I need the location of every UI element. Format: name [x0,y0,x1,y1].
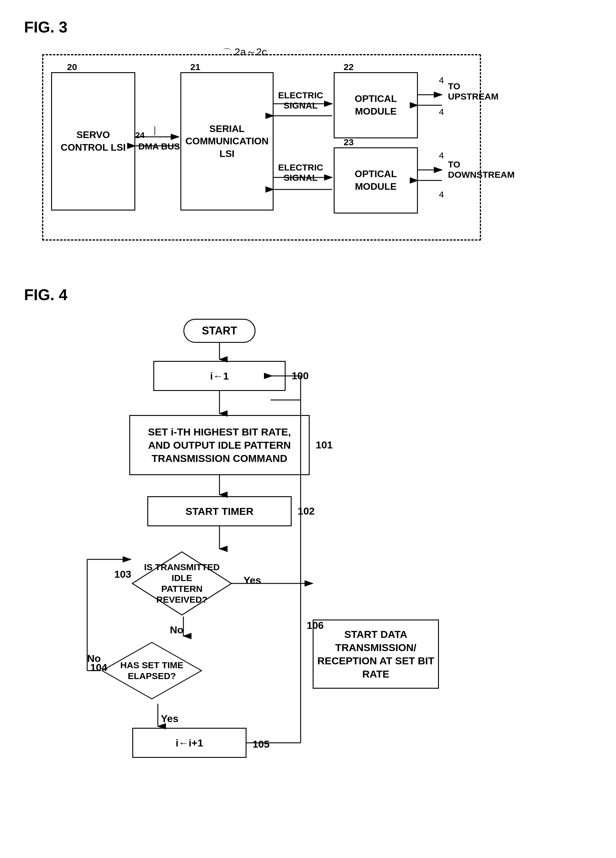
dma-label: 24 DMA BUS [138,141,180,152]
optical-module-up: 22 OPTICAL MODULE [334,72,418,138]
port-4-1: 4 [439,75,444,85]
fig3-annotation: 2a～2c [234,45,267,59]
increment-box: i←i+1 [132,728,247,758]
has-elapsed-text: HAS SET TIME ELAPSED? [101,637,203,704]
serial-comm-block: 21 SERIAL COMMUNICATION LSI [180,72,273,210]
is-received-text: IS TRANSMITTED IDLE PATTERN REVEIVED? [131,550,233,617]
page: FIG. 3 2a～2c ⌒ 20 SERVO CONTROL LSI 21 S… [0,0,616,858]
init-number: 100 [292,370,309,382]
electric-signal-bottom: ELECTRIC SIGNAL [276,162,325,183]
is-received-number: 103 [114,568,131,580]
fig4-label: FIG. 4 [24,286,592,304]
to-downstream-label: TO DOWNSTREAM [448,159,515,180]
is-received-diamond: IS TRANSMITTED IDLE PATTERN REVEIVED? [131,550,233,617]
optical-up-number: 22 [344,61,354,73]
start-timer-number: 102 [298,505,315,517]
fig3-diagram: 2a～2c ⌒ 20 SERVO CONTROL LSI 21 SERIAL C… [24,45,580,256]
set-bit-box: SET i-TH HIGHEST BIT RATE, AND OUTPUT ID… [129,415,310,475]
optical-module-down: 23 OPTICAL MODULE [334,148,418,213]
start-data-number: 106 [307,620,324,631]
electric-signal-top: ELECTRIC SIGNAL [276,90,325,111]
port-4-3: 4 [439,150,444,161]
optical-down-number: 23 [344,136,354,148]
start-data-box: START DATA TRANSMISSION/ RECEPTION AT SE… [313,620,439,689]
fig3-brace: ⌒ [222,47,231,59]
port-4-2: 4 [439,107,444,117]
to-upstream-label: TO UPSTREAM [448,81,498,102]
no2-label: No [87,653,101,664]
init-box: i←1 [153,361,286,391]
no-label: No [170,624,183,636]
set-bit-number: 101 [316,439,333,451]
fig4-diagram: START i←1 100 SET i-TH HIGHEST BIT RATE,… [84,313,535,764]
start-oval: START [183,319,256,343]
yes2-label: Yes [161,713,178,724]
serial-number: 21 [190,61,200,73]
servo-number: 20 [67,61,77,73]
dma-number: 24 [135,131,144,140]
port-4-4: 4 [439,190,444,200]
has-elapsed-diamond: HAS SET TIME ELAPSED? [101,637,203,704]
yes-label: Yes [244,574,261,586]
fig3-label: FIG. 3 [24,18,592,36]
servo-control-block: 20 SERVO CONTROL LSI [51,72,135,210]
start-timer-box: START TIMER [147,496,292,526]
increment-number: 105 [253,738,270,750]
